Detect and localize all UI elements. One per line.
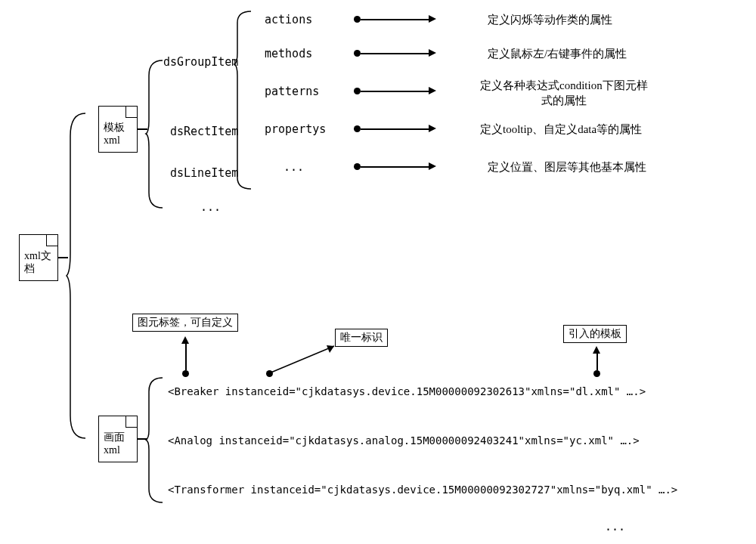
screen-label: 画面 xml xyxy=(104,431,125,457)
arrow-head-icon xyxy=(429,125,436,132)
arrow xyxy=(361,19,429,20)
item-dsrect: dsRectItem xyxy=(170,125,238,138)
brace-icon xyxy=(234,11,256,189)
arrow xyxy=(269,346,341,376)
item-dsline: dsLineItem xyxy=(170,166,238,180)
file-icon: xml文 档 xyxy=(19,234,58,281)
term-actions: actions xyxy=(265,13,312,26)
callout-uid: 唯一标识 xyxy=(335,329,388,347)
desc-propertys: 定义tooltip、自定义data等的属性 xyxy=(480,122,642,138)
arrow xyxy=(185,344,187,370)
dot-icon xyxy=(354,50,361,57)
arrow-head-icon xyxy=(429,87,436,94)
svg-line-0 xyxy=(269,346,334,373)
callout-tpl-ref: 引入的模板 xyxy=(563,325,627,343)
arrow-head-icon xyxy=(429,162,436,170)
arrow-head-icon xyxy=(429,49,436,57)
arrow-head-icon xyxy=(593,346,600,354)
template-label: 模板 xml xyxy=(104,122,125,147)
term-ellipsis: ... xyxy=(284,160,304,174)
diagram: xml文 档 模板 xml dsGroupItem dsRectItem dsL… xyxy=(0,0,756,544)
brace-icon xyxy=(67,113,89,438)
arrow-head-icon xyxy=(429,15,436,23)
term-methods: methods xyxy=(265,47,312,60)
dot-icon xyxy=(354,163,361,170)
desc-patterns: 定义各种表达式condition下图元样 式的属性 xyxy=(480,79,648,108)
arrow xyxy=(361,128,429,130)
callout-tag-label: 图元标签，可自定义 xyxy=(132,314,238,332)
ellipsis: ... xyxy=(200,200,221,214)
brace-icon xyxy=(146,378,167,502)
desc-actions: 定义闪烁等动作类的属性 xyxy=(488,13,612,28)
item-dsgroup: dsGroupItem xyxy=(163,55,238,69)
term-propertys: propertys xyxy=(265,122,326,136)
file-icon: 画面 xml xyxy=(98,416,138,462)
dot-icon xyxy=(354,88,361,94)
arrow-head-icon xyxy=(181,336,189,344)
dot-icon xyxy=(182,370,189,377)
arrow xyxy=(596,354,598,370)
dot-icon xyxy=(593,370,600,377)
arrow xyxy=(361,91,429,92)
term-patterns: patterns xyxy=(265,85,319,98)
ellipsis: ... xyxy=(605,520,625,533)
file-icon: 模板 xml xyxy=(98,106,138,153)
code-line-analog: <Analog instanceid="cjkdatasys.analog.15… xyxy=(168,434,640,447)
code-line-breaker: <Breaker instanceid="cjkdatasys.device.1… xyxy=(168,385,646,397)
desc-methods: 定义鼠标左/右键事件的属性 xyxy=(488,47,627,62)
arrow xyxy=(361,53,429,54)
desc-other: 定义位置、图层等其他基本属性 xyxy=(488,160,646,175)
dot-icon xyxy=(354,16,361,23)
brace-icon xyxy=(146,60,167,208)
dot-icon xyxy=(354,125,361,132)
root-label: xml文 档 xyxy=(24,250,51,276)
arrow xyxy=(361,166,429,168)
code-line-transformer: <Transformer instanceid="cjkdatasys.devi… xyxy=(168,484,677,496)
